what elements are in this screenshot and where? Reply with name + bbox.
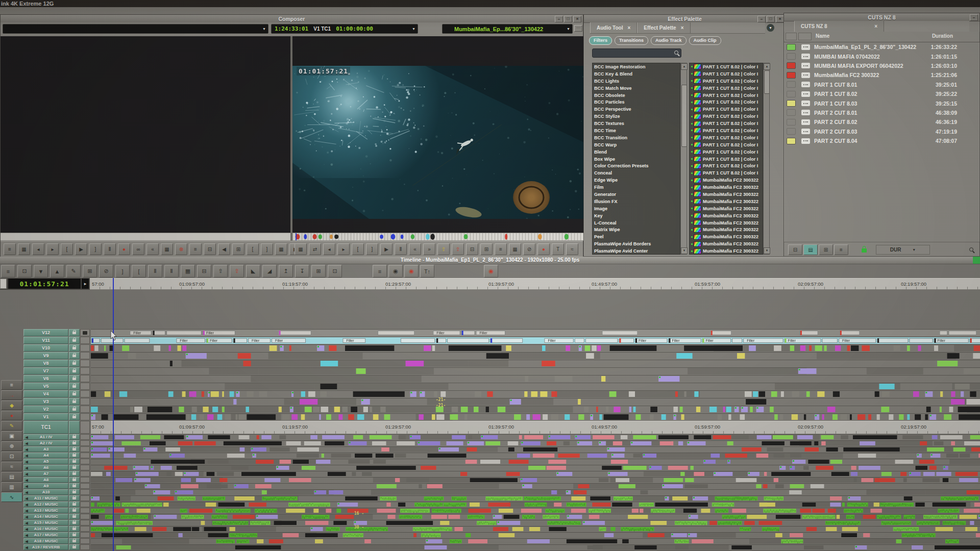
clip-color-chip[interactable] [787,119,796,126]
composer-titlebar[interactable]: Composer –□× [1,15,583,23]
source-clip-menu[interactable]: ▼ [3,24,268,34]
bin-row[interactable]: PART 2 CUT 8.0347:19:19 [784,127,979,136]
rewind-button[interactable]: « [146,243,159,255]
effect-category-item[interactable]: Conceal [593,169,680,177]
grid-button[interactable]: ▦ [161,243,173,255]
track-monitor-cell[interactable] [80,526,90,532]
filter-tab-filters[interactable]: Filters [589,36,612,45]
composer-overflow-button[interactable]: ⋯ [574,25,582,32]
insert-clip-button[interactable]: ⊞ [83,265,97,278]
play-marker-icon[interactable]: ▸ [82,279,89,289]
track-header-a4[interactable]: A4◀ [23,453,91,458]
track-header-v9[interactable]: V9 [23,352,91,359]
track-header-a15[interactable]: A15 / MUSIC◀ [23,520,91,525]
track-header-v3[interactable]: V3 [23,398,91,405]
track-lock[interactable] [69,329,80,336]
maximize-button[interactable]: □ [767,16,775,22]
track-button[interactable]: A7◀ [23,471,68,477]
track-monitor-cell[interactable] [80,360,90,367]
track-lock[interactable] [69,406,80,413]
track-monitor-cell[interactable] [80,398,90,405]
fast-menu-button[interactable]: ≡ [4,243,16,255]
applied-effect-item[interactable]: PART 1 CUT 8.02 | Color I [690,156,763,163]
effect-category-item[interactable]: BCC Perspective [593,106,680,113]
track-lock[interactable] [69,421,80,434]
track-monitor-cell[interactable] [80,446,90,452]
source-monitor[interactable] [1,36,290,233]
applied-effect-item[interactable]: MumbaiMafia FC2 300322 [690,247,763,255]
scroll-up-icon[interactable]: ▲ [764,63,770,70]
track-button[interactable]: V6 [23,375,68,382]
track-button[interactable]: V9 [23,352,68,359]
applied-effect-item[interactable]: MumbaiMafia FC2 300322 [690,240,763,247]
track-header-a11[interactable]: A11 / MUSIC◀ [23,495,91,501]
track-button[interactable]: V12 [23,329,68,336]
effect-category-item[interactable]: PlasmaWipe Avid Borders [593,240,680,247]
bin-row[interactable]: PART 2 CUT 8.0146:38:09 [784,108,979,117]
track-monitor-cell[interactable] [80,434,90,440]
track-button[interactable]: V2 [23,406,68,413]
track-header-v8[interactable]: V8 [23,360,91,367]
color-column-header[interactable] [786,33,797,40]
clip-color-chip[interactable] [787,109,796,116]
timeline-clips-canvas[interactable] [91,329,980,551]
track-header-a12[interactable]: A12 / MUSIC◀ [23,502,91,507]
maximize-button[interactable]: □ [564,16,572,22]
extend-up-button[interactable]: ↥ [279,265,293,278]
track-monitor-cell[interactable] [80,538,90,544]
track-lock[interactable] [69,514,80,519]
mark-clip-button[interactable]: Ⅱ [104,243,116,255]
go-to-end-button[interactable]: » [423,243,435,255]
name-column-header[interactable]: Name [816,33,829,39]
bin-row[interactable]: PART 1 CUT 8.0139:25:01 [784,80,979,89]
track-lock[interactable] [69,446,80,452]
mark-in-button[interactable]: [ [61,243,73,255]
track-monitor-cell[interactable] [80,352,90,359]
track-lock[interactable] [69,526,80,532]
track-button[interactable]: A17 / MUSIC◀ [23,532,68,538]
applied-effect-item[interactable]: MumbaiMafia FC2 300322 [690,233,763,240]
track-header-v2[interactable]: V2 [23,406,91,413]
track-header-v5[interactable]: V5 [23,383,91,390]
applied-effect-item[interactable]: PART 1 CUT 8.02 | Color I [690,120,763,127]
clip-color-chip[interactable] [787,72,796,79]
track-monitor-cell[interactable] [80,459,90,464]
applied-effect-item[interactable]: PART 1 CUT 8.02 | Color I [690,169,763,177]
effect-category-item[interactable]: Film [593,184,680,191]
effect-category-item[interactable]: Color Correction Presets [593,162,680,169]
splice-in-button[interactable]: ⇧ [213,265,228,278]
effect-category-item[interactable]: L-Conceal [593,219,680,227]
track-lock[interactable] [69,440,80,446]
track-monitor-cell[interactable] [80,465,90,470]
filter-tab-audio-track[interactable]: Audio Track [651,36,687,45]
effect-category-item[interactable]: BCC Key & Blend [593,70,680,78]
remove-effect-button[interactable]: ⊘ [523,243,535,255]
track-header-v10[interactable]: V10 [23,344,91,352]
track-header-a6[interactable]: A6◀ [23,465,91,470]
search-input[interactable] [592,48,681,58]
effect-category-item[interactable]: BCC Transition [593,134,680,141]
tab-effect-palette[interactable]: Effect Palette× [637,22,690,33]
scroll-down-icon[interactable]: ▼ [681,247,688,254]
track-button[interactable]: A11 / MUSIC◀ [23,495,68,501]
effect-category-item[interactable]: Matrix Wipe [593,226,680,233]
track-monitor-cell[interactable] [80,514,90,519]
applied-effect-item[interactable]: PART 1 CUT 8.02 | Color I [690,106,763,113]
track-header-v1[interactable]: V1 [23,413,91,420]
step-forward-button[interactable]: ▸ [46,243,59,255]
track-monitor-cell[interactable] [80,375,90,382]
track-header-a19[interactable]: A19 / REVERB◀ [23,544,91,550]
applied-effect-item[interactable]: MumbaiMafia FC2 300322 [690,212,763,219]
scrollbar-thumb[interactable] [764,70,770,94]
track-lock[interactable] [69,352,80,359]
track-button[interactable]: A13 / MUSIC◀ [23,508,68,513]
match-frame-button[interactable]: ⊞ [311,265,326,278]
tab-audio-tool[interactable]: Audio Tool× [590,22,637,33]
filter-tab-audio-clip[interactable]: Audio Clip [689,36,721,45]
trim-left-button[interactable]: ◣ [246,265,260,278]
bin-titlebar[interactable]: CUTS NZ 8 – [784,13,979,21]
timecode-display[interactable]: 1:24:33:01 V1 TC1 01:00:00:00 ▼ [271,24,418,34]
title-tool-button[interactable]: T [552,243,564,255]
effect-category-item[interactable]: BCC Image Restoration [593,63,680,70]
scroll-down-icon[interactable]: ▼ [764,247,770,254]
